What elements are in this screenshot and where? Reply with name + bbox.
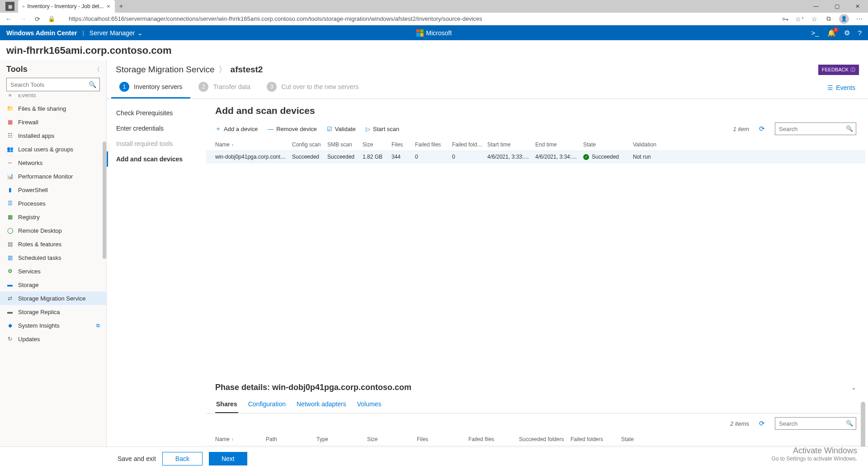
refresh-icon[interactable]: ⟳ [33, 15, 42, 23]
subnav-credentials[interactable]: Enter credentials [107, 121, 206, 136]
col-start[interactable]: Start time [487, 141, 535, 148]
close-window-button[interactable]: ✕ [847, 0, 868, 13]
tool-label: System Insights [18, 322, 60, 329]
subnav-prerequisites[interactable]: Check Prerequisites [107, 105, 206, 121]
back-icon[interactable]: ← [5, 15, 13, 23]
col-validation[interactable]: Validation [633, 141, 665, 148]
tool-label: Registry [18, 214, 40, 221]
col-name[interactable]: Name↑ [215, 141, 292, 148]
search-icon[interactable]: 🔍 [846, 125, 853, 132]
sidebar-item-registry[interactable]: ▦Registry [0, 210, 106, 224]
col-state[interactable]: State [621, 436, 675, 442]
chevron-down-icon[interactable]: ⌄ [851, 384, 856, 391]
key-icon[interactable]: 🗝 [781, 15, 789, 23]
col-size[interactable]: Size [367, 436, 417, 442]
browser-tab[interactable]: ▫ Inventory - Inventory - Job det... × [18, 0, 115, 13]
col-ffolders[interactable]: Failed folders [452, 141, 487, 148]
col-smb[interactable]: SMB scan [327, 141, 363, 148]
close-icon[interactable]: × [107, 3, 110, 10]
profile-avatar[interactable]: 👤 [839, 14, 849, 24]
sidebar-item-system-insights[interactable]: ◆System Insights⧉ [0, 319, 106, 332]
search-input[interactable] [775, 417, 856, 430]
col-ffiles[interactable]: Failed files [415, 141, 452, 148]
col-config[interactable]: Config scan [292, 141, 327, 148]
feedback-button[interactable]: FEEDBACK ⓘ [818, 65, 859, 75]
col-files[interactable]: Files [417, 436, 468, 442]
help-icon[interactable]: ? [858, 29, 862, 37]
sidebar-item-storage-replica[interactable]: ▬Storage Replica [0, 305, 106, 319]
sidebar-item-networks[interactable]: ↔Networks [0, 156, 106, 169]
sidebar-item-files-file-sharing[interactable]: 📁Files & file sharing [0, 102, 106, 115]
minimize-button[interactable]: — [806, 0, 826, 13]
sidebar-item-updates[interactable]: ↻Updates [0, 332, 106, 346]
tab-shares[interactable]: Shares [215, 398, 238, 413]
collapse-icon[interactable]: 〈 [94, 66, 100, 74]
search-input[interactable] [775, 122, 856, 135]
table-row[interactable]: win-dobj0p41pga.corp.contoso.com Succeed… [206, 151, 865, 163]
search-input[interactable] [6, 78, 100, 91]
add-device-button[interactable]: ＋Add a device [215, 125, 258, 133]
col-path[interactable]: Path [266, 436, 316, 442]
sidebar-item-remote-desktop[interactable]: ◯Remote Desktop [0, 224, 106, 237]
wizard-step-1[interactable]: 1 Inventory servers [111, 82, 190, 99]
col-name[interactable]: Name↑ [215, 436, 266, 442]
subnav-add-scan[interactable]: Add and scan devices [107, 151, 206, 167]
sidebar-item-local-users-groups[interactable]: 👥Local users & groups [0, 142, 106, 156]
scrollbar[interactable] [103, 141, 106, 259]
col-state[interactable]: State [583, 141, 633, 148]
reader-icon[interactable]: ☆⁺ [796, 15, 804, 23]
sidebar-item-performance-monitor[interactable]: 📊Performance Monitor [0, 169, 106, 183]
info-icon: ⓘ [850, 66, 855, 73]
validate-button[interactable]: ☑Validate [327, 126, 356, 132]
tab-volumes[interactable]: Volumes [356, 398, 382, 413]
notifications-icon[interactable]: 🔔1 [827, 29, 836, 37]
maximize-button[interactable]: ▢ [826, 0, 847, 13]
sidebar-item-scheduled-tasks[interactable]: ▥Scheduled tasks [0, 251, 106, 264]
next-button[interactable]: Next [209, 452, 247, 465]
tab-configuration[interactable]: Configuration [247, 398, 287, 413]
console-icon[interactable]: >_ [811, 29, 819, 37]
col-type[interactable]: Type [316, 436, 367, 442]
tool-icon: ↔ [6, 159, 14, 166]
col-ffiles[interactable]: Failed files [468, 436, 519, 442]
save-exit-link[interactable]: Save and exit [118, 455, 156, 462]
sidebar-item-firewall[interactable]: ▦Firewall [0, 115, 106, 129]
start-scan-button[interactable]: ▷Start scan [366, 126, 400, 132]
wizard-step-3[interactable]: 3 Cut over to the new servers [259, 82, 367, 99]
col-sfolders[interactable]: Succeeded folders [519, 436, 571, 442]
refresh-icon[interactable]: ⟳ [759, 125, 765, 133]
col-files[interactable]: Files [392, 141, 415, 148]
new-tab-button[interactable]: + [115, 0, 127, 13]
refresh-icon[interactable]: ⟳ [759, 419, 765, 428]
sidebar-item-powershell[interactable]: ▮PowerShell [0, 183, 106, 197]
sidebar-item-processes[interactable]: ☰Processes [0, 197, 106, 210]
remove-device-button[interactable]: —Remove device [268, 126, 317, 132]
search-icon[interactable]: 🔍 [89, 81, 96, 88]
cell-name: win-dobj0p41pga.corp.contoso.com [215, 154, 292, 160]
col-size[interactable]: Size [363, 141, 392, 148]
breadcrumb-root[interactable]: Storage Migration Service [116, 65, 215, 75]
wizard-step-2[interactable]: 2 Transfer data [190, 82, 259, 99]
tools-list[interactable]: ≡Events📁Files & file sharing▦Firewall☷In… [0, 94, 106, 456]
col-ffolders[interactable]: Failed folders [571, 436, 621, 442]
url-bar[interactable]: https://localhost:6516/servermanager/con… [65, 15, 775, 22]
sidebar-item-storage[interactable]: ▬Storage [0, 278, 106, 291]
gear-icon[interactable]: ⚙ [844, 29, 850, 37]
col-end[interactable]: End time [535, 141, 583, 148]
search-icon[interactable]: 🔍 [846, 420, 853, 427]
back-button[interactable]: Back [162, 452, 203, 465]
browser-right-icons: 🗝 ☆⁺ ☆ ⧉ 👤 ⋯ [781, 14, 863, 24]
sidebar-item-roles-features[interactable]: ▤Roles & features [0, 237, 106, 251]
module-dropdown[interactable]: Server Manager ⌄ [90, 29, 143, 37]
favorites-icon[interactable]: ☆ [810, 15, 818, 23]
sidebar-item-installed-apps[interactable]: ☷Installed apps [0, 129, 106, 142]
popout-icon[interactable]: ⧉ [96, 323, 100, 329]
sidebar-item-services[interactable]: ⚙Services [0, 264, 106, 278]
collections-icon[interactable]: ⧉ [825, 15, 833, 23]
events-link[interactable]: ☰ Events [819, 84, 863, 97]
tab-network[interactable]: Network adapters [296, 398, 347, 413]
sidebar-item-events[interactable]: ≡Events [0, 94, 106, 102]
sidebar-item-storage-migration-service[interactable]: ⇄Storage Migration Service [0, 291, 106, 305]
more-icon[interactable]: ⋯ [855, 15, 863, 23]
lock-icon[interactable]: 🔒 [48, 15, 55, 22]
